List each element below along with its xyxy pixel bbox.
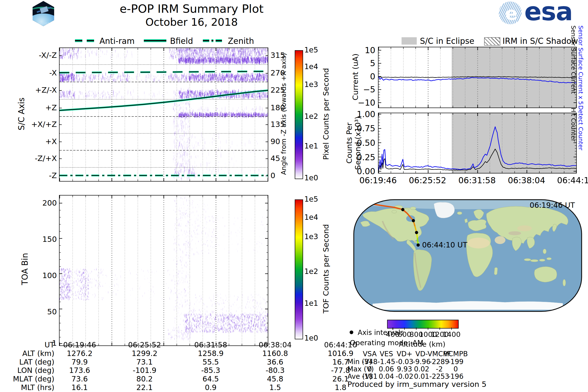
altitude-tick-mark (428, 328, 428, 330)
toa-tick-label: 150 (22, 235, 57, 244)
angle-tick-label: 225 (270, 86, 285, 94)
map-greenland (434, 202, 454, 218)
sc-axis-spectrogram-canvas (60, 48, 268, 181)
ground-track-map: 06:19:46 UT06:44:10 UT (353, 199, 582, 312)
voltage-cell: -2253 (429, 372, 449, 380)
toa-tick-label: 100 (22, 271, 57, 280)
detect-counter-label: Detect Counter (577, 105, 584, 184)
angle-axis-label: Angle from -Z axis (towards +X axis) (280, 45, 290, 182)
pixel-counts-tick: 1e4 (304, 62, 318, 71)
ephemeris-cell: 1016.9 (328, 349, 354, 358)
pixel-counts-tick: 1e0 (304, 174, 318, 182)
shadow-legend-label: IRM in S/C Shadow (502, 36, 578, 46)
toa-spectrogram-panel (59, 195, 268, 346)
ephemeris-cell: -85.3 (201, 366, 220, 374)
ephemeris-row-label: ALT (km) (0, 349, 54, 358)
ephemeris-cell: 36.6 (267, 358, 284, 366)
ephemeris-cell: 1276.2 (67, 349, 92, 358)
pixel-counts-colorbar-label: Pixel Counts per Second (322, 45, 331, 182)
tof-counts-tick: 1e0 (304, 334, 318, 342)
ephemeris-cell: 55.5 (202, 358, 219, 366)
esa-wordmark: esa (524, 0, 572, 26)
tof-counts-colorbar-label: TOF Counts per Second (322, 200, 331, 337)
ephemeris-cell: 1258.9 (198, 349, 224, 358)
voltage-cell: -348 (362, 358, 378, 366)
counts-ytick: 0.50 (352, 138, 375, 148)
axis-interval-dot (412, 219, 415, 222)
epop-irm-summary-figure: CASSIOPE e-POP IRM Summary Plot October … (0, 0, 588, 392)
altitude-colorbar-label: Altitude (km) (386, 340, 459, 348)
cassiope-mission-patch: CASSIOPE (31, 1, 56, 26)
tof-counts-colorbar (295, 200, 303, 339)
ephemeris-cell: -101.9 (133, 366, 156, 374)
shadow-legend-swatch (484, 37, 500, 46)
ephemeris-cell: 1160.8 (262, 349, 288, 358)
angle-tick-label: 180 (270, 103, 285, 112)
anti-ram-legend-label: Anti-ram (100, 36, 134, 46)
time-axis-label: 06:44:10 (557, 176, 588, 185)
sc-axis-row-label: -Z/+X (22, 154, 57, 163)
sc-axis-row-label: +Z/-X (22, 86, 57, 94)
bfield-legend-line (144, 39, 166, 43)
hit-counter-label: Hit Counter (570, 108, 577, 181)
voltage-cell: -199 (448, 358, 464, 366)
altitude-tick-mark (451, 328, 452, 330)
current-ytick: −5 (352, 84, 375, 94)
sc-axis-row-label: +X (22, 137, 57, 146)
altitude-tick-label: 1400 (442, 330, 460, 338)
eclipse-legend-label: S/C in Eclipse (420, 36, 474, 46)
bfield-legend-label: Bfield (170, 36, 193, 46)
altitude-tick-mark (404, 328, 405, 330)
pixel-counts-tick: 1e2 (304, 112, 318, 120)
voltage-cell: 0.04 (379, 372, 394, 380)
voltage-cell: -0.03 (396, 358, 413, 366)
voltage-header: VES (380, 350, 393, 358)
sc-axis-spectrogram-panel (59, 48, 268, 182)
toa-spectrogram-canvas (60, 196, 268, 346)
axis-interval-dot (416, 244, 420, 247)
tof-counts-tick: 1e2 (304, 267, 318, 276)
counts-ytick: 0.00 (352, 166, 375, 176)
eclipse-legend-swatch (402, 37, 417, 44)
ephemeris-cell: 1.8 (335, 383, 346, 392)
voltage-header: VD- (416, 350, 428, 358)
ephemeris-cell: 26.1 (332, 374, 349, 383)
ephemeris-row-label: MLAT (deg) (0, 374, 54, 383)
sc-axis-row-label: +Z (22, 103, 57, 112)
map-australia (534, 266, 557, 282)
map-content (353, 199, 582, 312)
angle-tick-label: 45 (270, 154, 280, 163)
altitude-tick-mark (392, 328, 393, 330)
ephemeris-cell: 64.5 (202, 374, 219, 383)
voltage-cell: 0.02 (414, 365, 429, 373)
cassiope-label: CASSIOPE (31, 22, 56, 25)
voltage-header: VD+ (397, 350, 412, 358)
voltage-cell: -2 (436, 365, 443, 373)
zenith-legend-line (203, 39, 223, 43)
ephemeris-cell: 80.2 (136, 374, 153, 383)
ephemeris-cell: -80.3 (266, 366, 285, 374)
ephemeris-cell: 0.9 (205, 383, 216, 392)
ephemeris-cell: 06:38:04 (259, 340, 292, 349)
sc-axis-row-label: +X/+Z (22, 120, 57, 128)
ephemeris-cell: 1.5 (269, 383, 281, 392)
zenith-legend-label: Zenith (228, 36, 254, 46)
ephemeris-cell: 16.1 (72, 383, 88, 392)
ephemeris-row-label: LAT (deg) (0, 358, 54, 366)
ephemeris-row-label: LON (deg) (0, 366, 54, 374)
anti-ram-legend-line (75, 39, 94, 43)
voltage-header: VSA (363, 350, 377, 358)
toa-tick-label: 50 (22, 307, 57, 316)
time-axis-label: 06:25:52 (409, 176, 446, 185)
time-axis-label: 06:31:58 (458, 176, 496, 185)
axis-interval-dot (415, 231, 418, 234)
voltage-cell: 0 (454, 365, 458, 373)
ephemeris-cell: 173.6 (69, 366, 90, 374)
tof-counts-tick: 1e4 (304, 213, 318, 222)
altitude-tick-mark (416, 328, 417, 330)
voltage-cell: 9.93 (397, 365, 412, 373)
orbit-track-segment (353, 202, 366, 203)
time-axis-label: 06:19:46 (360, 176, 397, 185)
voltage-cell: -181 (362, 372, 378, 380)
pixel-counts-tick: 1e1 (304, 142, 318, 150)
